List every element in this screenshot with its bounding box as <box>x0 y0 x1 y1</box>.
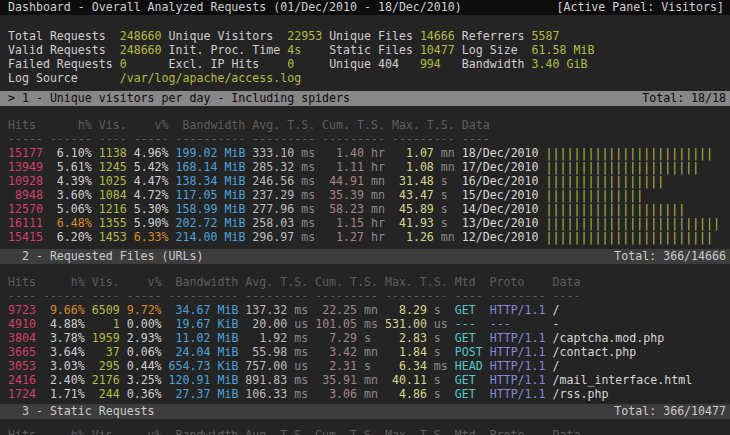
cum-cell: 3.06 <box>315 387 357 401</box>
hits-cell: 3804 <box>8 331 43 345</box>
vis-cell: 1 <box>92 317 127 331</box>
vis-cell: 295 <box>92 359 127 373</box>
hpct-cell: 3.78% <box>43 331 92 345</box>
cum-cell: 44.91 <box>322 174 364 188</box>
vis-cell: 1025 <box>99 174 134 188</box>
summary-value: 994 <box>420 57 462 71</box>
panel-title: 2 - Requested Files (URLs) <box>8 249 203 264</box>
hpct-cell: 6.10% <box>50 146 99 160</box>
summary-row: Total Requests 248660 Unique Visitors 22… <box>0 29 730 43</box>
cum-unit-cell: hr <box>364 160 392 174</box>
vpct-cell: 4.47% <box>134 174 176 188</box>
bw-cell: 199.02 MiB <box>176 146 253 160</box>
table-row[interactable]: 15177 6.10% 1138 4.96% 199.02 MiB 333.10… <box>0 146 730 160</box>
avg-unit-cell: ms <box>294 188 322 202</box>
proto-cell: HTTP/1.1 <box>490 373 553 387</box>
vis-cell: 1138 <box>99 146 134 160</box>
table-row[interactable]: 3665 3.64% 37 0.06% 24.04 MiB 55.98 ms 3… <box>0 345 730 359</box>
max-cell: 1.84 <box>385 345 427 359</box>
data-cell: 17/Dec/2010 <box>462 160 546 174</box>
cum-unit-cell: mn <box>357 345 385 359</box>
vis-cell: 1084 <box>99 188 134 202</box>
panel-header-3[interactable]: 3 - Static RequestsTotal: 366/10477 <box>0 404 730 419</box>
avg-unit-cell: ms <box>294 216 322 230</box>
summary-value: 4s <box>287 43 329 57</box>
vis-cell: 1959 <box>92 331 127 345</box>
table-row[interactable]: 10928 4.39% 1025 4.47% 138.34 MiB 246.56… <box>0 174 730 188</box>
summary-overview: Total Requests 248660 Unique Visitors 22… <box>0 29 730 85</box>
cum-unit-cell: mn <box>357 373 385 387</box>
table-row[interactable]: 12570 5.06% 1216 5.30% 158.99 MiB 277.96… <box>0 202 730 216</box>
max-unit-cell: s <box>434 188 462 202</box>
proto-cell: HTTP/1.1 <box>490 331 553 345</box>
summary-label: Unique Visitors <box>169 29 288 43</box>
summary-label: Excl. IP Hits <box>169 57 288 71</box>
table-row[interactable]: 4910 4.88% 1 0.00% 19.67 KiB 20.00 us 10… <box>0 317 730 331</box>
vpct-cell: 5.42% <box>134 160 176 174</box>
avg-cell: 1.92 <box>245 331 287 345</box>
cum-unit-cell: ms <box>357 317 385 331</box>
cum-cell: 7.29 <box>315 331 357 345</box>
column-dashes: ----- ------ ---- ----- ---------- -----… <box>0 132 730 146</box>
hpct-cell: 5.06% <box>50 202 99 216</box>
avg-cell: 106.33 <box>245 387 287 401</box>
data-cell: /mail_interface.html <box>553 373 693 387</box>
cum-unit-cell: mn <box>357 387 385 401</box>
bw-cell: 34.67 MiB <box>169 303 246 317</box>
max-cell: 1.08 <box>392 160 434 174</box>
vpct-cell: 9.72% <box>127 303 169 317</box>
active-panel-indicator: [Active Panel: Visitors] <box>556 0 724 15</box>
summary-value: 248660 <box>120 29 169 43</box>
max-unit-cell: s <box>434 216 462 230</box>
max-cell: 1.26 <box>392 230 434 244</box>
table-row[interactable]: 9723 9.66% 6509 9.72% 34.67 MiB 137.32 m… <box>0 303 730 317</box>
cum-cell: 22.25 <box>315 303 357 317</box>
table-row[interactable]: 3804 3.78% 1959 2.93% 11.02 MiB 1.92 ms … <box>0 331 730 345</box>
summary-label: Total Requests <box>8 29 120 43</box>
hits-cell: 2416 <box>8 373 43 387</box>
table-row[interactable]: 3053 3.03% 295 0.44% 654.73 KiB 757.00 u… <box>0 359 730 373</box>
hpct-cell: 4.88% <box>43 317 92 331</box>
data-cell: /captcha.mod.php <box>553 331 665 345</box>
mtd-cell: GET <box>455 387 490 401</box>
table-row[interactable]: 15415 6.20% 1453 6.33% 214.00 MiB 296.97… <box>0 230 730 244</box>
cum-unit-cell: mn <box>357 303 385 317</box>
vpct-cell: 0.36% <box>127 387 169 401</box>
hpct-cell: 3.03% <box>43 359 92 373</box>
cum-unit-cell: hr <box>364 216 392 230</box>
max-cell: 45.89 <box>392 202 434 216</box>
hits-cell: 13949 <box>8 160 50 174</box>
avg-unit-cell: ms <box>287 303 315 317</box>
summary-label: Log Source <box>8 71 120 85</box>
table-row[interactable]: 2416 2.40% 2176 3.25% 120.91 MiB 891.83 … <box>0 373 730 387</box>
data-cell: 18/Dec/2010 <box>462 146 546 160</box>
visitors-bar: |||||||||||||| <box>546 188 644 202</box>
proto-cell: HTTP/1.1 <box>490 387 553 401</box>
avg-unit-cell: ms <box>287 345 315 359</box>
panel-header-2[interactable]: 2 - Requested Files (URLs)Total: 366/146… <box>0 249 730 264</box>
panel-header-1[interactable]: > 1 - Unique visitors per day - Includin… <box>0 91 730 106</box>
max-cell: 531.00 <box>385 317 427 331</box>
table-row[interactable]: 16111 6.48% 1355 5.90% 202.72 MiB 258.03… <box>0 216 730 230</box>
bw-cell: 11.02 MiB <box>169 331 246 345</box>
summary-label: Init. Proc. Time <box>169 43 288 57</box>
max-unit-cell: mn <box>434 160 462 174</box>
cum-cell: 1.11 <box>322 160 364 174</box>
max-cell: 31.48 <box>392 174 434 188</box>
summary-label: Unique Files <box>329 29 420 43</box>
table-row[interactable]: 13949 5.61% 1245 5.42% 168.14 MiB 285.32… <box>0 160 730 174</box>
hits-cell: 9723 <box>8 303 43 317</box>
column-header: Hits h% Vis. v% Bandwidth Avg. T.S. Cum.… <box>0 428 730 435</box>
cum-cell: 3.42 <box>315 345 357 359</box>
mtd-cell: GET <box>455 331 490 345</box>
table-row[interactable]: 8948 3.60% 1084 4.72% 117.05 MiB 237.29 … <box>0 188 730 202</box>
vpct-cell: 2.93% <box>127 331 169 345</box>
data-cell: 12/Dec/2010 <box>462 230 546 244</box>
vpct-cell: 4.72% <box>134 188 176 202</box>
avg-cell: 137.32 <box>245 303 287 317</box>
summary-label: Failed Requests <box>8 57 120 71</box>
hpct-cell: 1.71% <box>43 387 92 401</box>
table-row[interactable]: 1724 1.71% 244 0.36% 27.37 MiB 106.33 ms… <box>0 387 730 401</box>
vis-cell: 6509 <box>92 303 127 317</box>
data-cell: /rss.php <box>553 387 609 401</box>
